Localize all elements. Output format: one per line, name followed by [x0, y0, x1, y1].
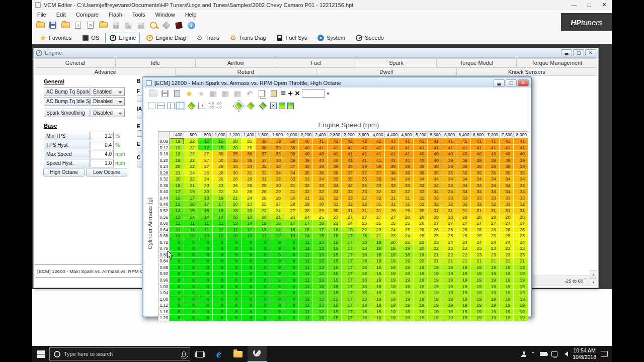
table-view-2-icon[interactable]: ▦ [123, 21, 133, 30]
row-header[interactable]: 0.60 [158, 220, 170, 227]
spark-cell[interactable]: 8 [227, 277, 242, 284]
spark-cell[interactable]: 25 [399, 220, 414, 227]
spark-cell[interactable]: 42 [342, 138, 356, 145]
spark-cell[interactable]: 8 [198, 290, 213, 296]
spark-cell[interactable]: 41 [456, 145, 471, 151]
tab-torque-model[interactable]: Torque Model [437, 58, 517, 67]
spark-cell[interactable]: 8 [213, 258, 227, 264]
spark-cell[interactable]: 25 [370, 220, 385, 227]
spark-cell[interactable]: 30 [414, 208, 428, 214]
spark-cell[interactable]: 26 [471, 227, 486, 233]
spark-cell[interactable]: 39 [485, 157, 500, 164]
spark-cell[interactable]: 18 [328, 227, 342, 233]
spark-cell[interactable]: 34 [428, 176, 442, 183]
engine-minimize-button[interactable]: ▃ [561, 49, 572, 56]
spark-cell[interactable]: 38 [414, 163, 428, 170]
spark-cell[interactable]: 13 [313, 239, 328, 246]
spark-cell[interactable]: 33 [414, 183, 428, 189]
column-header[interactable]: 8,000 [514, 132, 528, 138]
spark-cell[interactable]: 19 [428, 264, 442, 271]
maximize-button[interactable]: □ [582, 0, 597, 10]
spark-cell[interactable]: 32 [485, 201, 500, 208]
taskbar-search-input[interactable]: Type here to search [49, 347, 190, 360]
spark-cell[interactable]: 34 [428, 183, 442, 189]
spark-cell[interactable]: 9 [284, 302, 299, 309]
spark-cell[interactable]: 27 [198, 163, 213, 170]
spark-cell[interactable]: 29 [399, 208, 414, 214]
spark-cell[interactable]: 41 [385, 157, 399, 164]
spark-cell[interactable]: 41 [313, 138, 328, 145]
spark-cell[interactable]: 8 [184, 277, 199, 284]
multiply-value-icon[interactable]: × [295, 89, 300, 98]
spark-cell[interactable]: 39 [270, 145, 285, 151]
spark-cell[interactable]: 24 [471, 239, 486, 246]
spark-cell[interactable]: 8 [242, 290, 256, 296]
split-horizontal-icon[interactable] [157, 103, 165, 109]
spark-cell[interactable]: 19 [442, 296, 457, 303]
spark-cell[interactable]: 30 [328, 208, 342, 214]
spark-cell[interactable]: 19 [414, 296, 428, 303]
spark-cell[interactable]: 19 [370, 290, 385, 296]
spark-cell[interactable]: 19 [456, 309, 471, 315]
spark-cell[interactable]: 41 [428, 145, 442, 151]
spark-cell[interactable]: 12 [198, 145, 213, 151]
spark-cell[interactable]: 19 [500, 290, 514, 296]
spark-cell[interactable]: 29 [242, 176, 256, 183]
info-icon[interactable]: i [186, 21, 196, 30]
spark-cell[interactable]: 19 [170, 157, 184, 164]
spark-cell[interactable]: 19 [428, 315, 442, 321]
spark-cell[interactable]: 41 [442, 138, 457, 145]
spark-cell[interactable]: 19 [370, 270, 385, 277]
spark-cell[interactable]: 25 [428, 233, 442, 239]
spark-cell[interactable]: 40 [299, 145, 313, 151]
spark-cell[interactable]: 8 [213, 245, 227, 252]
spark-cell[interactable]: 32 [428, 201, 442, 208]
spark-cell[interactable]: 24 [442, 239, 457, 246]
spark-cell[interactable]: 38 [256, 145, 270, 151]
spark-cell[interactable]: 36 [270, 163, 285, 170]
spark-cell[interactable]: 38 [313, 163, 328, 170]
spark-cell[interactable]: 33 [428, 195, 442, 202]
spark-cell[interactable]: 41 [500, 145, 514, 151]
spark-cell[interactable]: 31 [385, 201, 399, 208]
spark-cell[interactable]: 31 [442, 208, 457, 214]
spark-cell[interactable]: 19 [456, 315, 471, 321]
row-header[interactable]: 0.88 [158, 264, 170, 271]
min-tps-input[interactable]: 1.2 [91, 132, 114, 140]
spark-cell[interactable]: 32 [356, 201, 371, 208]
spark-cell[interactable]: 34 [485, 183, 500, 189]
tab-dwell[interactable]: Dwell [316, 67, 457, 76]
spark-cell[interactable]: 36 [414, 170, 428, 176]
spark-cell[interactable]: 28 [227, 176, 242, 183]
spark-cell[interactable]: 34 [313, 176, 328, 183]
spark-cell[interactable]: 8 [198, 252, 213, 258]
ribbon-item-favorites[interactable]: ★Favorites [35, 33, 75, 43]
spark-cell[interactable]: 42 [356, 138, 371, 145]
spark-cell[interactable]: 25 [399, 227, 414, 233]
ribbon-item-fuel-sys[interactable]: Fuel Sys [272, 33, 311, 43]
spark-cell[interactable]: 8 [184, 302, 199, 309]
spark-cell[interactable]: 41 [485, 145, 500, 151]
spark-cell[interactable]: 19 [428, 302, 442, 309]
spark-cell[interactable]: 14 [299, 233, 313, 239]
spark-cell[interactable]: 11 [198, 227, 213, 233]
spark-cell[interactable]: 8 [227, 309, 242, 315]
spark-cell[interactable]: 24 [514, 239, 528, 246]
row-header[interactable]: 0.56 [158, 214, 170, 221]
spark-cell[interactable]: 9 [270, 245, 285, 252]
spark-cell[interactable]: 19 [500, 277, 514, 284]
spark-cell[interactable]: 11 [299, 252, 313, 258]
row-header[interactable]: 0.32 [158, 176, 170, 183]
spark-cell[interactable]: 41 [342, 151, 356, 157]
spark-cell[interactable]: 8 [184, 245, 199, 252]
spark-cell[interactable]: 19 [471, 315, 486, 321]
spark-cell[interactable]: 8 [256, 296, 270, 303]
spark-cell[interactable]: 15 [328, 309, 342, 315]
spark-cell[interactable]: 41 [456, 138, 471, 145]
spark-cell[interactable]: 28 [299, 208, 313, 214]
spark-cell[interactable]: 22 [356, 227, 371, 233]
remove-favorite-icon[interactable]: ★ [196, 89, 206, 98]
column-header[interactable]: 2,800 [328, 132, 342, 138]
spark-cell[interactable]: 22 [399, 239, 414, 246]
spark-cell[interactable]: 8 [184, 296, 199, 303]
